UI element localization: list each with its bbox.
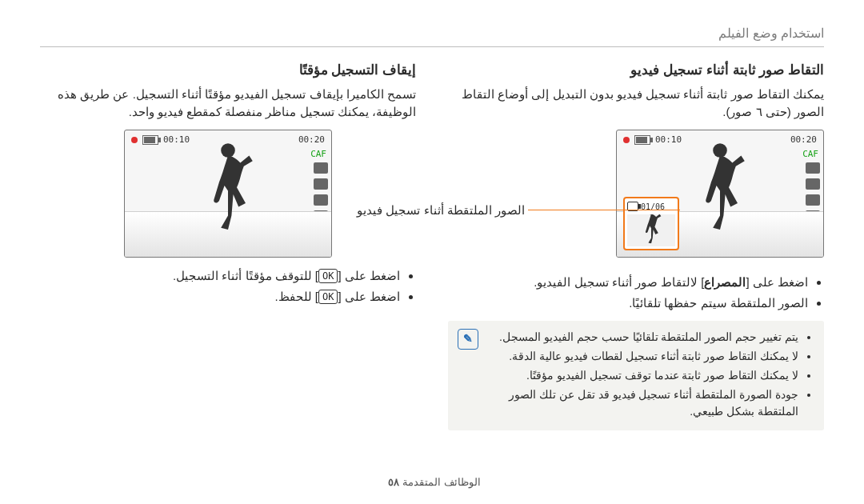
section-para-stills: يمكنك التقاط صور ثابتة أثناء تسجيل فيديو…	[448, 86, 824, 122]
still-thumbnail	[627, 214, 675, 246]
camera-screen: 00:10 00:20 CAF	[616, 130, 824, 258]
ok-button-icon: OK	[318, 290, 338, 304]
note-item: لا يمكنك التقاط صور ثابتة عندما توقف تسج…	[488, 367, 798, 384]
record-indicator-icon	[623, 137, 630, 143]
mode-icon	[806, 162, 820, 174]
note-item: لا يمكنك التقاط صور ثابتة أثناء تسجيل لق…	[488, 348, 798, 365]
elapsed-time: 00:10	[655, 134, 682, 147]
battery-icon	[142, 135, 158, 145]
step-item: اضغط على [المصراع] لالتقاط صور أثناء تسج…	[448, 274, 808, 292]
section-para-pause: تسمح الكاميرا بإيقاف تسجيل الفيديو مؤقتً…	[40, 86, 416, 122]
callout-label: الصور الملتقطة أثناء تسجيل فيديو	[357, 202, 525, 220]
shutter-label: المصراع	[704, 275, 746, 289]
page-footer: الوظائف المتقدمة ٥٨	[0, 474, 864, 490]
still-thumbnail-panel: 01/06	[623, 197, 679, 250]
column-capture-stills: التقاط صور ثابتة أثناء تسجيل فيديو يمكنك…	[448, 60, 824, 430]
manual-page: استخدام وضع الفيلم إيقاف التسجيل مؤقتًا …	[0, 0, 864, 504]
note-icon: ✎	[458, 329, 478, 350]
camera-preview-pause: 00:10 00:20 CAF	[124, 130, 332, 258]
resolution-icon	[314, 178, 328, 190]
note-item: جودة الصورة الملتقطة أثناء تسجيل فيديو ق…	[488, 386, 798, 420]
column-pause-recording: إيقاف التسجيل مؤقتًا تسمح الكاميرا بإيقا…	[40, 60, 416, 430]
note-box: ✎ يتم تغيير حجم الصور الملتقطة تلقائيًا …	[448, 321, 824, 430]
section-title-stills: التقاط صور ثابتة أثناء تسجيل فيديو	[448, 60, 824, 81]
battery-icon	[634, 135, 650, 145]
caf-indicator: CAF	[310, 148, 326, 162]
stabilizer-icon	[806, 194, 820, 206]
note-item: يتم تغيير حجم الصور الملتقطة تلقائيًا حس…	[488, 329, 798, 346]
camera-screen: 00:10 00:20 CAF	[124, 130, 332, 258]
steps-pause: اضغط على [OK] للتوقف مؤقتًا أثناء التسجي…	[40, 267, 416, 306]
header-rule	[40, 46, 824, 47]
caf-indicator: CAF	[802, 148, 818, 162]
step-item: اضغط على [OK] للحفظ.	[40, 288, 400, 306]
callout-line	[528, 210, 680, 210]
section-title-pause: إيقاف التسجيل مؤقتًا	[40, 60, 416, 81]
subject-silhouette	[692, 142, 748, 230]
footer-section: الوظائف المتقدمة	[402, 476, 481, 488]
mode-icon	[314, 162, 328, 174]
stabilizer-icon	[314, 194, 328, 206]
note-list: يتم تغيير حجم الصور الملتقطة تلقائيًا حس…	[488, 329, 814, 420]
remaining-time: 00:20	[298, 134, 325, 147]
record-indicator-icon	[131, 137, 138, 143]
still-counter: 01/06	[627, 201, 675, 213]
camera-preview-stills: 00:10 00:20 CAF	[616, 130, 824, 258]
two-column-layout: إيقاف التسجيل مؤقتًا تسمح الكاميرا بإيقا…	[40, 60, 824, 430]
resolution-icon	[806, 178, 820, 190]
footer-page-number: ٥٨	[388, 476, 399, 488]
subject-silhouette	[200, 142, 256, 230]
elapsed-time: 00:10	[163, 134, 190, 147]
steps-stills: اضغط على [المصراع] لالتقاط صور أثناء تسج…	[448, 274, 824, 313]
ok-button-icon: OK	[318, 269, 338, 283]
remaining-time: 00:20	[790, 134, 817, 147]
step-item: اضغط على [OK] للتوقف مؤقتًا أثناء التسجي…	[40, 267, 400, 286]
page-header: استخدام وضع الفيلم	[40, 24, 824, 43]
step-item: الصور الملتقطة سيتم حفظها تلقائيًا.	[448, 294, 808, 313]
subject-silhouette-mini	[640, 214, 662, 244]
still-counter-value: 01/06	[641, 201, 665, 213]
